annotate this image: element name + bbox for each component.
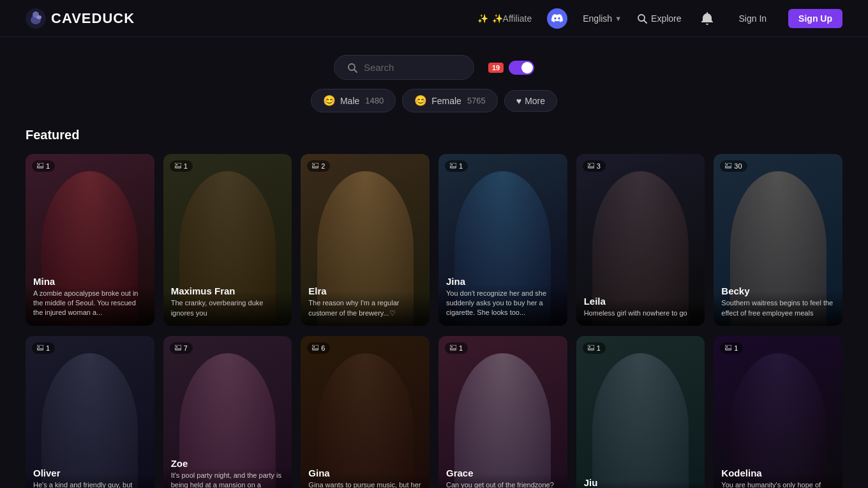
card-overlay: Maximus Fran The cranky, overbearing duk…: [163, 277, 292, 326]
age-badge: 19: [488, 63, 504, 73]
image-count: 1: [734, 344, 738, 352]
logo-icon: [26, 8, 46, 29]
image-icon: [588, 345, 594, 351]
filter-female[interactable]: 😊 Female 5765: [402, 89, 498, 112]
card-overlay: Gina Gina wants to pursue music, but her…: [301, 459, 430, 488]
card-desc: The cranky, overbearing duke ignores you: [171, 298, 285, 318]
discord-button[interactable]: [547, 8, 567, 29]
card-desc: The reason why I'm a regular customer of…: [308, 298, 422, 318]
card-grace[interactable]: 1 Grace Can you get out of the friendzon…: [438, 336, 567, 488]
image-count: 1: [459, 162, 463, 170]
svg-point-13: [176, 164, 177, 165]
image-count: 6: [321, 344, 325, 352]
card-name: Zoe: [171, 458, 285, 469]
sign-in-button[interactable]: Sign In: [733, 10, 774, 27]
card-overlay: Becky Southern waitress begins to feel t…: [714, 277, 842, 326]
search-bar[interactable]: [334, 55, 474, 80]
cards-row-2: 1 Oliver He's a kind and friendly guy, b…: [26, 336, 842, 488]
card-image-count: 1: [445, 160, 468, 172]
card-name: Leila: [584, 296, 698, 307]
svg-rect-17: [450, 163, 456, 168]
svg-rect-41: [725, 345, 731, 350]
card-name: Mina: [33, 276, 147, 287]
logo-area: CAVEDUCK: [26, 8, 135, 29]
search-wrapper: 19: [334, 55, 534, 80]
char-silhouette: [592, 353, 689, 488]
image-icon: [175, 163, 181, 169]
card-oliver[interactable]: 1 Oliver He's a kind and friendly guy, b…: [26, 336, 154, 488]
age-toggle[interactable]: 19: [488, 61, 534, 75]
card-overlay: Kodelina You are humanity's only hope of…: [714, 459, 842, 488]
filter-row: 😊 Male 1480 😊 Female 5765 ♥ More: [311, 89, 557, 112]
svg-rect-32: [312, 345, 318, 350]
female-count: 5765: [467, 96, 486, 105]
card-image-count: 6: [307, 342, 330, 354]
svg-point-31: [176, 346, 177, 347]
card-name: Gina: [308, 468, 422, 478]
chevron-down-icon: ▼: [615, 15, 622, 22]
card-overlay: Elra The reason why I'm a regular custom…: [301, 277, 430, 326]
more-filter[interactable]: ♥ More: [504, 90, 557, 112]
notifications-button[interactable]: [697, 8, 717, 29]
card-overlay: Jina You don't recognize her and she sud…: [438, 267, 567, 326]
image-count: 1: [597, 344, 601, 352]
card-image-count: 1: [170, 160, 193, 172]
card-name: Elra: [308, 286, 422, 296]
card-image-count: 1: [445, 342, 468, 354]
image-icon: [588, 163, 594, 169]
card-desc: Gina wants to pursue music, but her fina…: [308, 480, 422, 488]
svg-rect-20: [588, 163, 594, 168]
svg-point-40: [589, 346, 590, 347]
card-elra[interactable]: 2 Elra The reason why I'm a regular cust…: [301, 154, 430, 326]
card-name: Kodelina: [721, 468, 835, 478]
card-becky[interactable]: 30 Becky Southern waitress begins to fee…: [714, 154, 842, 326]
svg-point-37: [451, 346, 453, 347]
svg-point-28: [38, 346, 40, 347]
card-desc: It's pool party night, and the party is …: [171, 471, 285, 488]
image-icon: [450, 345, 456, 351]
card-jiu[interactable]: 1 Jiu Pure, Introverted Man: [576, 336, 705, 488]
card-image-count: 2: [307, 160, 330, 172]
svg-point-16: [313, 164, 315, 165]
card-desc: You are humanity's only hope of killing …: [721, 480, 835, 488]
card-kodelina[interactable]: 1 Kodelina You are humanity's only hope …: [714, 336, 842, 488]
card-image-count: 1: [32, 342, 55, 354]
svg-rect-35: [450, 345, 456, 350]
card-desc: Homeless girl with nowhere to go: [584, 309, 698, 318]
affiliate-link[interactable]: ✨ ✨Affiliate: [477, 13, 532, 24]
svg-point-25: [726, 164, 728, 165]
image-icon: [175, 345, 181, 351]
image-count: 7: [184, 344, 188, 352]
svg-line-7: [354, 70, 357, 72]
card-name: Jiu: [584, 477, 698, 488]
card-mina[interactable]: 1 Mina A zombie apocalypse broke out in …: [26, 154, 154, 326]
image-count: 3: [597, 162, 601, 170]
featured-title: Featured: [26, 128, 842, 142]
card-leila[interactable]: 3 Leila Homeless girl with nowhere to go: [576, 154, 705, 326]
heart-icon: ♥: [516, 96, 521, 106]
card-gina[interactable]: 6 Gina Gina wants to pursue music, but h…: [301, 336, 430, 488]
sign-up-button[interactable]: Sign Up: [788, 9, 842, 28]
more-label: More: [525, 96, 545, 106]
female-emoji: 😊: [414, 95, 427, 107]
card-desc: You don't recognize her and she suddenly…: [446, 289, 560, 318]
filter-male[interactable]: 😊 Male 1480: [311, 89, 396, 112]
card-zoe[interactable]: 7 Zoe It's pool party night, and the par…: [163, 336, 292, 488]
card-image-count: 3: [583, 160, 606, 172]
card-jina[interactable]: 1 Jina You don't recognize her and she s…: [438, 154, 567, 326]
language-label: English: [583, 13, 612, 24]
search-section: 19 😊 Male 1480 😊 Female 5765 ♥ More: [0, 37, 868, 112]
search-input[interactable]: [364, 62, 453, 73]
image-icon: [37, 345, 43, 351]
toggle-switch[interactable]: [509, 61, 534, 75]
svg-rect-29: [175, 345, 181, 350]
image-icon: [312, 345, 318, 351]
svg-point-43: [726, 346, 728, 347]
svg-point-3: [36, 15, 41, 19]
char-art: [576, 336, 705, 488]
language-selector[interactable]: English ▼: [583, 13, 622, 24]
svg-line-5: [644, 20, 647, 23]
explore-button[interactable]: Explore: [637, 13, 681, 24]
card-maximus[interactable]: 1 Maximus Fran The cranky, overbearing d…: [163, 154, 292, 326]
svg-rect-23: [725, 163, 731, 168]
